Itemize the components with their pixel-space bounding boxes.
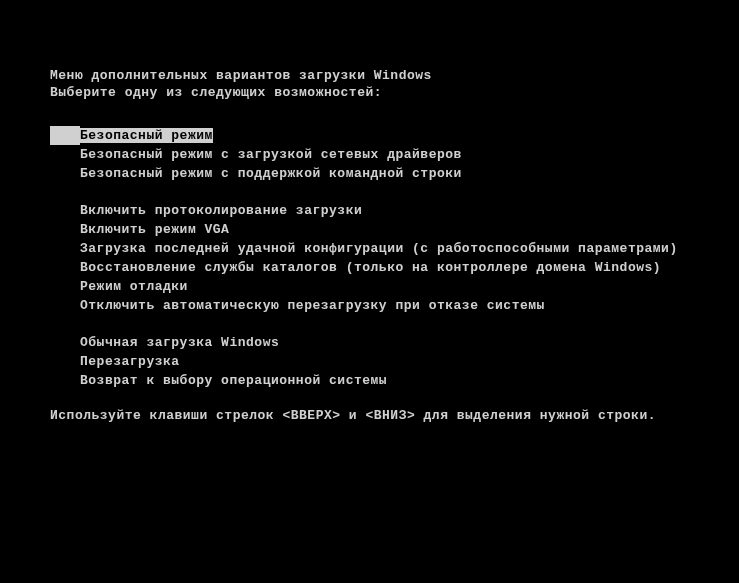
menu-item-label: Обычная загрузка Windows [80, 335, 279, 350]
menu-item-label: Перезагрузка [80, 354, 180, 369]
menu-item[interactable]: Включить режим VGA [50, 220, 689, 239]
menu-item-label: Возврат к выбору операционной системы [80, 373, 387, 388]
footer-hint: Используйте клавиши стрелок <ВВЕРХ> и <В… [50, 408, 689, 423]
menu-item[interactable]: Восстановление службы каталогов (только … [50, 258, 689, 277]
menu-item[interactable]: Режим отладки [50, 277, 689, 296]
menu-item[interactable]: Безопасный режим с поддержкой командной … [50, 164, 689, 183]
menu-item[interactable]: Загрузка последней удачной конфигурации … [50, 239, 689, 258]
selection-highlight [50, 126, 80, 145]
menu-title: Меню дополнительных вариантов загрузки W… [50, 68, 689, 83]
menu-item-label: Загрузка последней удачной конфигурации … [80, 241, 678, 256]
menu-item-label: Включить режим VGA [80, 222, 229, 237]
menu-item-label: Безопасный режим [80, 128, 213, 143]
menu-group: Включить протоколирование загрузкиВключи… [50, 201, 689, 315]
menu-group: Обычная загрузка WindowsПерезагрузкаВозв… [50, 333, 689, 390]
menu-item-label: Восстановление службы каталогов (только … [80, 260, 661, 275]
menu-item[interactable]: Обычная загрузка Windows [50, 333, 689, 352]
menu-item-label: Безопасный режим с поддержкой командной … [80, 166, 462, 181]
menu-subtitle: Выберите одну из следующих возможностей: [50, 85, 689, 100]
menu-item-label: Отключить автоматическую перезагрузку пр… [80, 298, 545, 313]
menu-item[interactable]: Перезагрузка [50, 352, 689, 371]
menu-item[interactable]: Безопасный режим с загрузкой сетевых дра… [50, 145, 689, 164]
menu-item[interactable]: Безопасный режим [50, 126, 213, 145]
menu-item[interactable]: Возврат к выбору операционной системы [50, 371, 689, 390]
menu-item-label: Безопасный режим с загрузкой сетевых дра… [80, 147, 462, 162]
menu-group: Безопасный режимБезопасный режим с загру… [50, 126, 689, 183]
menu-item-label: Включить протоколирование загрузки [80, 203, 362, 218]
menu-container: Безопасный режимБезопасный режим с загру… [50, 126, 689, 390]
menu-item[interactable]: Включить протоколирование загрузки [50, 201, 689, 220]
menu-item-label: Режим отладки [80, 279, 188, 294]
menu-item[interactable]: Отключить автоматическую перезагрузку пр… [50, 296, 689, 315]
